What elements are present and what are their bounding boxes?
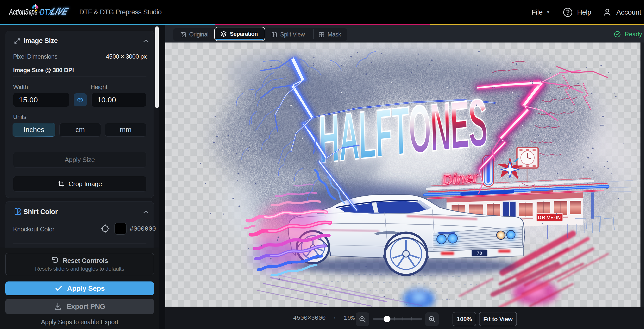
svg-text:70: 70 bbox=[477, 251, 482, 256]
svg-text:DRIVE-IN: DRIVE-IN bbox=[538, 215, 561, 220]
svg-text:Diner: Diner bbox=[442, 169, 480, 188]
